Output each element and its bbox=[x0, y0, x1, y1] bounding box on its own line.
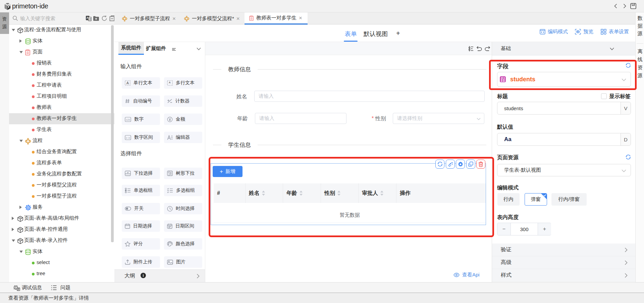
svg-text:1:n: 1:n bbox=[501, 77, 503, 79]
svg-text:A: A bbox=[169, 81, 171, 84]
svg-text:1~3: 1~3 bbox=[126, 136, 130, 139]
svg-text:A: A bbox=[126, 81, 129, 85]
svg-text:文: 文 bbox=[89, 17, 92, 20]
svg-text:123: 123 bbox=[126, 118, 130, 121]
